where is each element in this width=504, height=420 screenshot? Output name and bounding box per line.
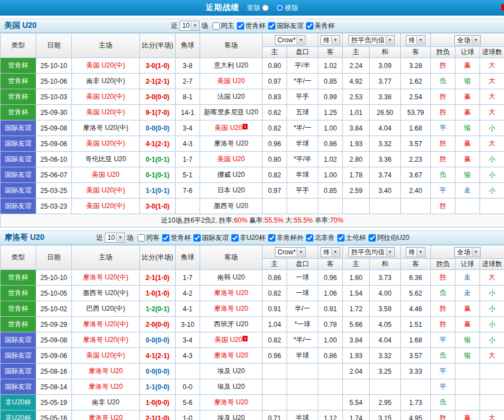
filter-option[interactable]: 美青杯 — [306, 21, 335, 31]
avg-win-odds: 1.74 — [343, 411, 370, 420]
goals-result-cell — [480, 364, 504, 379]
home-team-link[interactable]: 摩洛哥 U20 — [89, 367, 123, 375]
full-match-select[interactable]: 全场 — [454, 35, 481, 45]
away-team-link[interactable]: 摩洛哥 U20 — [214, 305, 248, 312]
filter-option[interactable]: 土伦杯 — [337, 233, 366, 243]
odds-final-select[interactable]: 终 — [321, 247, 340, 257]
home-team-link[interactable]: 美国 U20(中) — [86, 186, 125, 194]
corner-cell: 1-7 — [176, 270, 200, 286]
filter-checkbox-世青杯[interactable] — [237, 22, 244, 30]
away-team-link[interactable]: 墨西哥 U20 — [214, 202, 248, 210]
away-team-link[interactable]: 意大利 U20 — [214, 61, 248, 69]
away-team-link[interactable]: 埃及 U20 — [217, 414, 245, 420]
filter-checkbox-国际友谊[interactable] — [268, 22, 275, 30]
away-team-link[interactable]: 摩洛哥 U20 — [214, 398, 248, 406]
avg-win-odds: 3.84 — [343, 332, 370, 348]
goals-result-cell: 小 — [480, 167, 504, 183]
recent-count-select[interactable]: 10 — [180, 21, 200, 31]
filter-option[interactable]: 世青杯 — [237, 21, 265, 31]
vertical-radio[interactable] — [262, 4, 269, 11]
away-team-link[interactable]: 摩洛哥 U20 — [214, 289, 248, 297]
filter-checkbox-美青杯[interactable] — [306, 22, 313, 30]
horizontal-radio[interactable] — [277, 4, 283, 11]
home-team-link[interactable]: 美国 U20(中) — [86, 202, 125, 210]
avg-odds-select[interactable]: 胜平负均值 — [348, 247, 395, 257]
home-team-link[interactable]: 南非 U20 — [92, 398, 119, 406]
filter-option[interactable]: 非青杯外 — [268, 233, 303, 243]
home-team-link[interactable]: 摩洛哥 U20(中) — [83, 336, 128, 344]
home-team-link[interactable]: 摩洛哥 U20(中) — [83, 320, 128, 328]
col-away: 客场 — [200, 33, 263, 58]
match-type-cell: 世青杯 — [1, 286, 36, 301]
odds-source-select[interactable]: Crow* — [275, 247, 306, 257]
filter-option[interactable]: 世青杯 — [162, 233, 191, 243]
home-team-link[interactable]: 南非 U20(中) — [86, 77, 125, 85]
filter-checkbox-阿拉伯U20[interactable] — [369, 234, 376, 242]
filter-checkbox-北非青[interactable] — [306, 234, 313, 242]
filter-checkbox-非U20杯[interactable] — [231, 234, 239, 242]
avg-odds-select[interactable]: 胜平负均值 — [348, 35, 395, 45]
away-team-link[interactable]: 新喀里多尼亚 U20 — [204, 108, 258, 116]
filter-checkbox-国际友谊[interactable] — [193, 234, 201, 242]
away-team-link[interactable]: 美国 U20 — [217, 155, 245, 163]
avg-draw-odds: 3.73 — [370, 270, 401, 286]
filter-checkbox-同客[interactable] — [138, 234, 145, 242]
filter-checkbox-土伦杯[interactable] — [337, 234, 345, 242]
corner-cell: 2-7 — [176, 74, 200, 89]
home-team-link[interactable]: 美国 U20(中) — [86, 139, 125, 147]
handicap-result-cell: 输 — [455, 332, 480, 348]
avg-final-select[interactable]: 终 — [406, 247, 425, 257]
away-team-link[interactable]: 挪威 U20 — [217, 171, 245, 178]
filter-option[interactable]: 国际友谊 — [268, 21, 303, 31]
odds-source-select[interactable]: Crow* — [275, 35, 306, 45]
home-team-link[interactable]: 墨西哥 U20(中) — [83, 289, 128, 297]
home-team-link[interactable]: 摩洛哥 U20 — [89, 414, 123, 420]
filter-option[interactable]: 北非青 — [306, 233, 335, 243]
away-team-link[interactable]: 日本 U20 — [217, 186, 245, 194]
summary-row: 近10场,胜6平2负2, 胜率:60% 赢率:55.5% 大:55.5% 单率:… — [1, 214, 504, 228]
away-team-link[interactable]: 法国 U20 — [217, 93, 245, 100]
home-team-link[interactable]: 摩洛哥 U20(中) — [83, 273, 128, 281]
col-result: 胜负 — [431, 259, 455, 270]
home-team-link[interactable]: 美国 U20(中) — [86, 61, 125, 69]
avg-draw-odds — [370, 379, 401, 395]
away-team-link[interactable]: 西班牙 U20 — [214, 320, 248, 328]
avg-final-select[interactable]: 终 — [406, 35, 425, 45]
summary-text: 55.5% — [265, 216, 284, 224]
filter-option[interactable]: 国际友谊 — [193, 233, 229, 243]
away-team-link[interactable]: 摩洛哥 U20 — [214, 139, 248, 147]
home-team-link[interactable]: 摩洛哥 U20(中) — [83, 124, 128, 132]
corner-cell: 3-4 — [176, 332, 200, 348]
home-team-link[interactable]: 美国 U20(中) — [86, 351, 125, 359]
filter-option[interactable]: 阿拉伯U20 — [369, 233, 409, 243]
home-team-link[interactable]: 巴西 U20(中) — [86, 305, 125, 312]
filter-option[interactable]: 同客 — [138, 233, 159, 243]
filter-checkbox-世青杯[interactable] — [162, 234, 169, 242]
away-team-link[interactable]: 埃及 U20 — [217, 383, 245, 390]
home-team-link[interactable]: 美国 U20(中) — [86, 93, 125, 100]
handicap-away-odds: 0.96 — [318, 270, 343, 286]
away-team-link[interactable]: 摩洛哥 U20 — [214, 351, 248, 359]
odds-final-select[interactable]: 终 — [321, 35, 340, 45]
home-team-link[interactable]: 哥伦比亚 U20 — [85, 155, 126, 163]
filter-checkbox-同主[interactable] — [212, 22, 220, 30]
away-team-link[interactable]: 埃及 U20 — [217, 367, 245, 375]
home-team-link[interactable]: 美国 U20(中) — [86, 108, 125, 116]
away-team-cell: 挪威 U20 — [200, 167, 263, 183]
avg-win-odds: 2.04 — [343, 364, 370, 379]
handicap-away-odds: 0.86 — [318, 348, 343, 364]
away-team-link[interactable]: 美国 U20 — [215, 124, 242, 132]
corner-cell: 14-1 — [176, 105, 200, 120]
away-team-link[interactable]: 美国 U20 — [215, 336, 242, 344]
home-team-link[interactable]: 摩洛哥 U20 — [89, 383, 123, 390]
away-team-link[interactable]: 南韩 U20 — [217, 273, 245, 281]
goals-result-cell: 小 — [480, 183, 504, 199]
filter-option[interactable]: 同主 — [212, 21, 234, 31]
home-team-link[interactable]: 美国 U20 — [92, 171, 119, 178]
recent-count-select[interactable]: 10 — [105, 233, 125, 243]
filter-option[interactable]: 非U20杯 — [231, 233, 265, 243]
away-team-link[interactable]: 美国 U20 — [217, 77, 245, 85]
handicap-result-cell: 走 — [455, 286, 480, 301]
full-match-select[interactable]: 全场 — [454, 247, 481, 257]
filter-checkbox-非青杯外[interactable] — [268, 234, 275, 242]
